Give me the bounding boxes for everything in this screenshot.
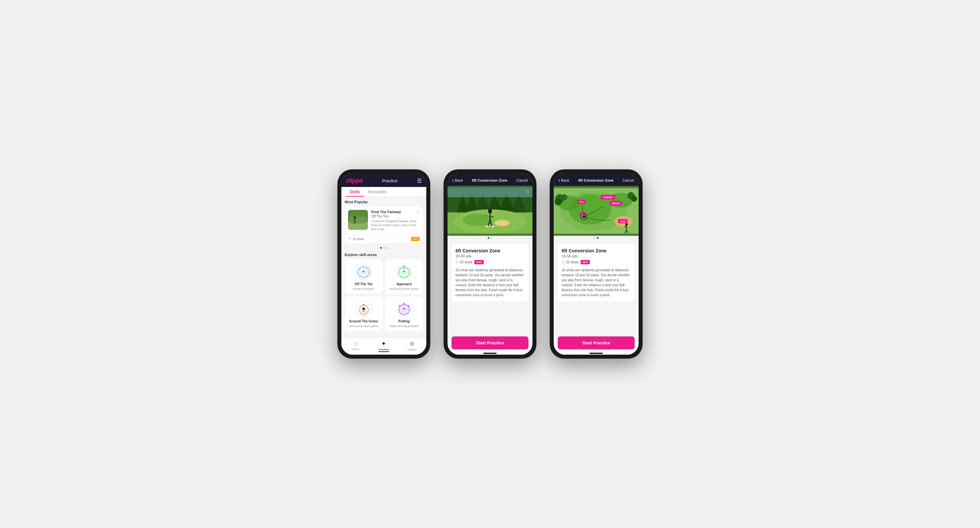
tabs-bar: Drills Favourites [341, 187, 426, 196]
clock-icon-p3: ⏱ [562, 260, 565, 264]
start-practice-button-p3[interactable]: Start Practice [558, 337, 635, 349]
drill-detail-content-p2: 6ft Conversion Zone 10-50 yds ⏱ 20 shots… [447, 240, 533, 337]
image-dot-2-p3 [597, 237, 598, 239]
cancel-button-p3[interactable]: Cancel [623, 178, 634, 182]
phone-3-screen: ‹ Back 6ft Conversion Zone Cancel [554, 173, 639, 355]
nav-activities-label: Activities [379, 348, 389, 352]
svg-point-75 [486, 226, 489, 227]
back-button-p3[interactable]: ‹ Back [558, 177, 569, 183]
course-illustration-svg: FAIRWAY ROUGH Miss Hit SAND [554, 186, 639, 236]
tab-drills[interactable]: Drills [346, 187, 364, 196]
dot-3 [386, 247, 388, 249]
detail-title-p2: 6ft Conversion Zone [472, 178, 507, 182]
approach-icon [395, 263, 414, 281]
golfer-photo-svg [447, 186, 533, 236]
svg-rect-63 [447, 188, 533, 197]
svg-point-39 [362, 308, 365, 310]
start-practice-button-p2[interactable]: Start Practice [452, 337, 528, 349]
nav-capture[interactable]: ⊕ Capture [398, 340, 426, 352]
phone-3: ‹ Back 6ft Conversion Zone Cancel [550, 169, 643, 359]
most-popular-label: Most Popular [345, 200, 423, 204]
nav-activities[interactable]: ✦ Activities [369, 340, 398, 352]
skill-desc-ott: Power accuracy [353, 287, 374, 290]
detail-yardage-p3: 10-50 yds [562, 254, 631, 258]
around-green-icon [355, 300, 373, 318]
home-icon: ⌂ [354, 340, 357, 347]
skill-desc-putting: Make and lag practice [390, 324, 419, 328]
svg-point-40 [363, 304, 364, 305]
dot-1 [380, 247, 382, 249]
explore-label: Explore skill areas [345, 253, 423, 257]
nav-home-label: Home [352, 348, 359, 351]
image-dot-1-p3 [594, 237, 595, 239]
skill-desc-atg: Hone your short game [349, 324, 378, 328]
drill-detail-content-p3: 6ft Conversion Zone 10-50 yds ⏱ 20 shots… [554, 240, 639, 337]
drill-info: Find The Fairway Off The Tee Create an i… [371, 210, 420, 231]
off-the-tee-icon [355, 263, 373, 281]
tab-favourites[interactable]: Favourites [364, 187, 390, 196]
detail-shots-row-p2: ⏱ 20 shots ARG [455, 260, 525, 264]
detail-yardage-p2: 10-50 yds [455, 254, 525, 258]
back-button[interactable]: ‹ Back [452, 177, 463, 183]
favourite-star[interactable]: ☆ [416, 209, 420, 215]
svg-point-94 [583, 216, 585, 218]
putting-icon [395, 300, 414, 318]
svg-text:ROUGH: ROUGH [612, 202, 620, 204]
menu-icon[interactable]: ☰ [417, 178, 422, 184]
shots-text-p3: ⏱ 20 shots [562, 260, 579, 264]
skill-grid: Off The Tee Power accuracy [345, 259, 423, 331]
drill-detail-card-p3: 6ft Conversion Zone 10-50 yds ⏱ 20 shots… [558, 244, 635, 301]
drill-thumbnail [348, 210, 368, 230]
skill-desc-approach: Dial-in to hit the green [390, 287, 419, 290]
favourite-star-p2[interactable]: ☆ [525, 188, 530, 195]
skill-putting[interactable]: Putting Make and lag practice [385, 297, 423, 331]
skill-around-green[interactable]: Around The Green Hone your short game [345, 297, 382, 331]
drill-name: Find The Fairway [371, 210, 420, 214]
clock-icon-p2: ⏱ [455, 260, 459, 264]
skill-name-ott: Off The Tee [355, 282, 372, 286]
featured-drill-card[interactable]: Find The Fairway Off The Tee Create an i… [345, 207, 423, 234]
screen-content: Most Popular [341, 196, 426, 338]
dot-2 [383, 247, 385, 249]
shots-text-p2: ⏱ 20 shots [455, 260, 473, 264]
skill-off-the-tee[interactable]: Off The Tee Power accuracy [345, 259, 382, 294]
nav-home[interactable]: ⌂ Home [341, 340, 369, 352]
shots-count: 10 shots [353, 238, 364, 241]
card-dot-indicators [345, 246, 423, 250]
favourite-star-p3[interactable]: ☆ [631, 188, 636, 195]
svg-rect-68 [488, 209, 492, 211]
detail-description-p2: 20 shots are randomly generated at dista… [455, 268, 525, 298]
svg-rect-2 [350, 217, 366, 223]
course-illustration-area: FAIRWAY ROUGH Miss Hit SAND [554, 186, 639, 236]
detail-drill-name-p3: 6ft Conversion Zone [562, 248, 631, 254]
phone-2: ‹ Back 6ft Conversion Zone Cancel [444, 169, 536, 359]
svg-point-53 [408, 305, 409, 306]
phones-container: clippd Practice ☰ Drills Favourites Most… [337, 169, 643, 359]
svg-point-51 [403, 308, 405, 309]
svg-point-54 [399, 305, 401, 306]
skill-approach[interactable]: Approach Dial-in to hit the green [385, 259, 423, 294]
drill-thumb-svg [348, 210, 368, 230]
drill-subtitle: Off The Tee [371, 215, 420, 218]
svg-point-96 [555, 198, 562, 206]
nav-capture-label: Capture [407, 348, 417, 351]
back-label-p3: Back [561, 178, 569, 182]
svg-point-99 [631, 196, 637, 202]
skill-name-atg: Around The Green [349, 319, 378, 323]
cancel-button-p2[interactable]: Cancel [517, 178, 528, 182]
svg-point-97 [561, 194, 567, 200]
svg-point-41 [363, 311, 364, 312]
shots-value-p2: 20 shots [460, 260, 473, 264]
header-title: Practice [382, 178, 398, 183]
image-dot-2-p2 [491, 237, 492, 239]
drill-tag-p3: ARG [581, 260, 590, 264]
skill-name-approach: Approach [396, 282, 412, 286]
phone-1-screen: clippd Practice ☰ Drills Favourites Most… [341, 173, 426, 355]
svg-point-76 [491, 226, 494, 227]
back-label: Back [455, 178, 463, 182]
bottom-nav: ⌂ Home ✦ Activities ⊕ Capture [341, 338, 426, 355]
svg-point-3 [354, 216, 356, 218]
svg-point-28 [403, 271, 405, 272]
detail-shots-row-p3: ⏱ 20 shots ARG [562, 260, 631, 264]
shots-info: ⏱ 10 shots [348, 237, 364, 241]
